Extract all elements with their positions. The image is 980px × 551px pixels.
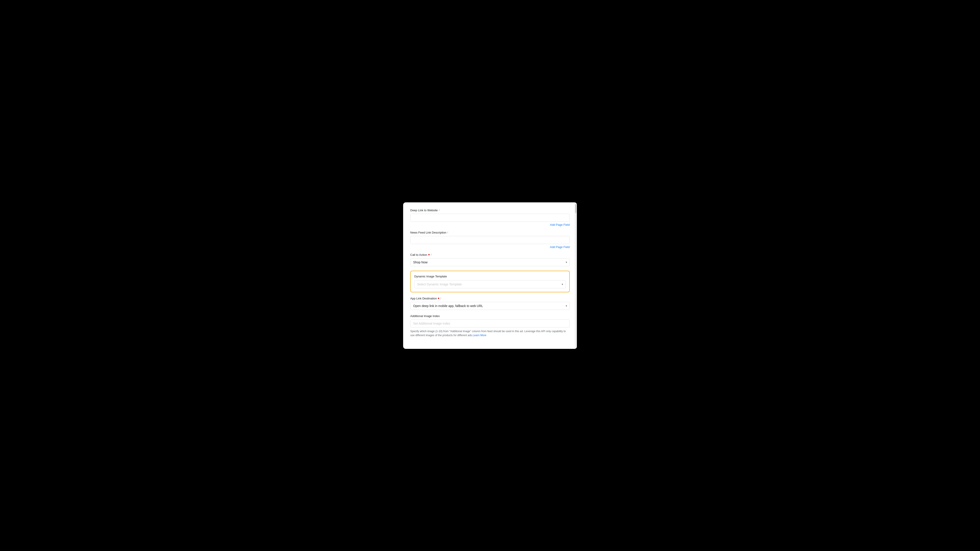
learn-more-link[interactable]: Learn More [473, 334, 486, 337]
news-feed-info-icon[interactable]: i [447, 231, 448, 234]
dynamic-image-select[interactable]: Select Dynamic Image Template [414, 280, 566, 288]
additional-image-label: Additional Image Index [410, 314, 570, 318]
news-feed-section: News Feed Link Description i Add Page Fi… [410, 231, 570, 249]
call-to-action-select-wrapper: Shop Now Learn More Sign Up Book Now Con… [410, 258, 570, 266]
deep-link-info-icon[interactable]: i [439, 209, 439, 212]
call-to-action-section: Call to Action i Shop Now Learn More Sig… [410, 253, 570, 266]
app-link-select[interactable]: Open deep link in mobile app, fallback t… [410, 302, 570, 310]
call-to-action-select[interactable]: Shop Now Learn More Sign Up Book Now Con… [410, 258, 570, 266]
dynamic-image-select-wrapper: Select Dynamic Image Template ▾ [414, 280, 566, 288]
deep-link-label: Deep Link to Website i [410, 209, 570, 212]
app-link-label: App Link Destination i [410, 297, 570, 300]
app-link-required [438, 298, 439, 299]
app-link-info-icon[interactable]: i [440, 297, 441, 300]
dynamic-image-section: Dynamic Image Template Select Dynamic Im… [410, 271, 570, 292]
deep-link-add-page-field[interactable]: Add Page Field [410, 223, 570, 226]
news-feed-add-page-field[interactable]: Add Page Field [410, 245, 570, 249]
news-feed-label: News Feed Link Description i [410, 231, 570, 234]
additional-image-section: Additional Image Index Specify which ima… [410, 314, 570, 337]
dynamic-image-label: Dynamic Image Template [414, 275, 566, 278]
app-link-select-wrapper: Open deep link in mobile app, fallback t… [410, 302, 570, 310]
scrollbar-track[interactable] [574, 202, 577, 349]
additional-image-description: Specify which image (1-10) from "Additio… [410, 329, 570, 337]
news-feed-input[interactable] [410, 236, 570, 244]
call-to-action-label: Call to Action i [410, 253, 570, 256]
additional-image-input[interactable] [410, 319, 570, 327]
app-link-section: App Link Destination i Open deep link in… [410, 297, 570, 310]
call-to-action-required [428, 254, 430, 256]
form-card: Deep Link to Website i Add Page Field Ne… [403, 202, 577, 349]
deep-link-input[interactable] [410, 214, 570, 222]
deep-link-section: Deep Link to Website i Add Page Field [410, 209, 570, 226]
call-to-action-info-icon[interactable]: i [431, 253, 431, 256]
scrollbar-thumb[interactable] [575, 204, 576, 213]
